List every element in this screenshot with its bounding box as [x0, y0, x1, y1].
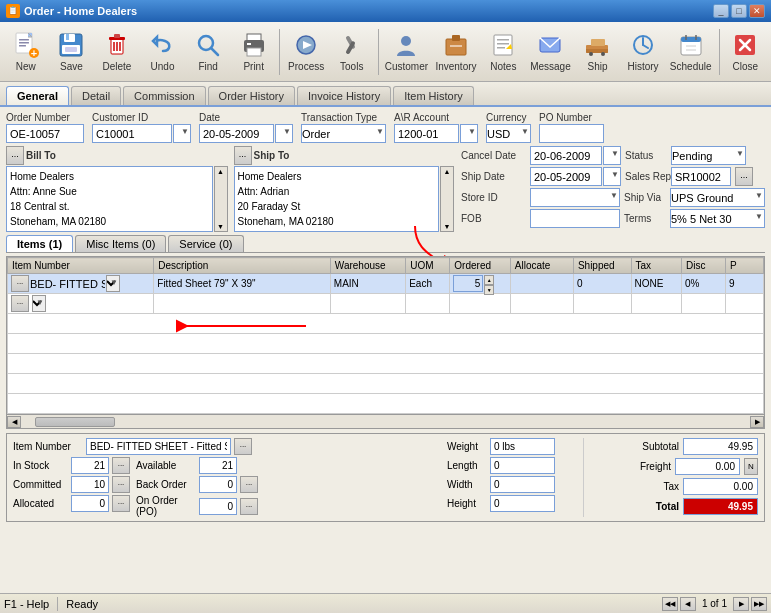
horizontal-scrollbar[interactable]: ◀ ▶ — [6, 415, 765, 429]
toolbar-close-button[interactable]: Close — [723, 26, 767, 78]
ship-to-scroll-down[interactable]: ▼ — [441, 222, 453, 231]
tax-value[interactable] — [683, 478, 758, 495]
on-order-expand-button[interactable]: ··· — [240, 498, 258, 515]
nav-last-button[interactable]: ▶▶ — [751, 597, 767, 611]
bottom-item-expand-button[interactable]: ··· — [234, 438, 252, 455]
committed-expand-button[interactable]: ··· — [112, 476, 130, 493]
toolbar-message-label: Message — [530, 61, 571, 72]
sub-tab-items[interactable]: Items (1) — [6, 235, 73, 252]
minimize-button[interactable]: _ — [713, 4, 729, 18]
transaction-type-select[interactable]: Order — [301, 124, 386, 143]
svg-rect-3 — [19, 42, 29, 44]
allocated-expand-button[interactable]: ··· — [112, 495, 130, 512]
customer-id-input[interactable] — [92, 124, 172, 143]
order-number-input[interactable] — [6, 124, 84, 143]
item-number-dropdown[interactable] — [106, 275, 120, 292]
ship-via-select[interactable]: UPS Ground — [670, 188, 765, 207]
tab-commission[interactable]: Commission — [123, 86, 206, 105]
on-order-input[interactable] — [199, 498, 237, 515]
toolbar-print-button[interactable]: Print — [232, 26, 276, 78]
toolbar-delete-button[interactable]: Delete — [95, 26, 139, 78]
date-input[interactable] — [199, 124, 274, 143]
tab-order-history[interactable]: Order History — [208, 86, 295, 105]
bill-to-scroll-up[interactable]: ▲ — [215, 167, 227, 176]
table-row[interactable]: ··· BED- FITTED SHE Fitted Sheet 79" X 3… — [8, 274, 764, 294]
transaction-type-group: Transaction Type Order — [301, 112, 386, 143]
empty-item-expand-button[interactable]: ··· — [11, 295, 29, 312]
height-input[interactable] — [490, 495, 555, 512]
sub-tab-service[interactable]: Service (0) — [168, 235, 243, 252]
toolbar-notes-button[interactable]: Notes — [482, 26, 526, 78]
length-input[interactable] — [490, 457, 555, 474]
currency-select[interactable]: USD — [486, 124, 531, 143]
toolbar-message-button[interactable]: Message — [527, 26, 574, 78]
nav-first-button[interactable]: ◀◀ — [662, 597, 678, 611]
weight-input[interactable] — [490, 438, 555, 455]
nav-prev-button[interactable]: ◀ — [680, 597, 696, 611]
toolbar-ship-button[interactable]: Ship — [576, 26, 620, 78]
allocated-label: Allocated — [13, 498, 68, 509]
bill-to-expand-button[interactable]: ··· — [6, 146, 24, 165]
ar-account-input[interactable] — [394, 124, 459, 143]
sales-rep-input[interactable] — [671, 167, 731, 186]
bill-to-scroll-down[interactable]: ▼ — [215, 222, 227, 231]
subtotal-value[interactable] — [683, 438, 758, 455]
total-value[interactable] — [683, 498, 758, 515]
toolbar-find-button[interactable]: Find — [186, 26, 230, 78]
width-input[interactable] — [490, 476, 555, 493]
toolbar-new-button[interactable]: + New — [4, 26, 48, 78]
toolbar-customer-button[interactable]: Customer — [382, 26, 430, 78]
cancel-date-input[interactable] — [530, 146, 602, 165]
maximize-button[interactable]: □ — [731, 4, 747, 18]
committed-input[interactable] — [71, 476, 109, 493]
col-warehouse: Warehouse — [330, 258, 405, 274]
close-window-button[interactable]: ✕ — [749, 4, 765, 18]
freight-option-button[interactable]: N — [744, 458, 758, 475]
scroll-right-button[interactable]: ▶ — [750, 416, 764, 428]
po-number-input[interactable] — [539, 124, 604, 143]
toolbar-undo-button[interactable]: Undo — [141, 26, 185, 78]
sales-rep-expand-button[interactable]: ··· — [735, 167, 753, 186]
empty-item-dropdown[interactable] — [32, 295, 46, 312]
customer-id-dropdown[interactable] — [173, 124, 191, 143]
in-stock-input[interactable] — [71, 457, 109, 474]
back-order-input[interactable] — [199, 476, 237, 493]
ship-to-scroll-up[interactable]: ▲ — [441, 167, 453, 176]
width-label: Width — [447, 479, 487, 490]
sub-tab-misc-items[interactable]: Misc Items (0) — [75, 235, 166, 252]
tab-detail[interactable]: Detail — [71, 86, 121, 105]
item-number-expand-button[interactable]: ··· — [11, 275, 29, 292]
toolbar-history-button[interactable]: History — [621, 26, 665, 78]
back-order-expand-button[interactable]: ··· — [240, 476, 258, 493]
freight-value[interactable] — [675, 458, 740, 475]
allocated-input[interactable] — [71, 495, 109, 512]
date-dropdown[interactable] — [275, 124, 293, 143]
toolbar-process-button[interactable]: Process — [284, 26, 328, 78]
in-stock-expand-button[interactable]: ··· — [112, 457, 130, 474]
tab-invoice-history[interactable]: Invoice History — [297, 86, 391, 105]
scroll-left-button[interactable]: ◀ — [7, 416, 21, 428]
ordered-spin-down[interactable]: ▼ — [484, 285, 494, 295]
status-select[interactable]: Pending — [671, 146, 746, 165]
toolbar-inventory-button[interactable]: Inventory — [432, 26, 479, 78]
tab-general[interactable]: General — [6, 86, 69, 105]
ordered-spin-up[interactable]: ▲ — [484, 275, 494, 285]
terms-select[interactable]: 5% 5 Net 30 — [670, 209, 765, 228]
bottom-item-number-input[interactable] — [86, 438, 231, 455]
ordered-input[interactable] — [453, 275, 483, 292]
fob-input[interactable] — [530, 209, 620, 228]
available-input[interactable] — [199, 457, 237, 474]
tab-item-history[interactable]: Item History — [393, 86, 474, 105]
scrollbar-thumb[interactable] — [35, 417, 115, 427]
toolbar-tools-button[interactable]: Tools — [330, 26, 374, 78]
toolbar-save-button[interactable]: Save — [50, 26, 94, 78]
cancel-date-dropdown[interactable] — [603, 146, 621, 165]
ship-to-expand-button[interactable]: ··· — [234, 146, 252, 165]
toolbar-schedule-button[interactable]: Schedule — [667, 26, 715, 78]
table-row-empty[interactable]: ··· — [8, 294, 764, 314]
ar-account-dropdown[interactable] — [460, 124, 478, 143]
ship-date-input[interactable] — [530, 167, 602, 186]
store-id-select[interactable] — [530, 188, 620, 207]
ship-date-dropdown[interactable] — [603, 167, 621, 186]
nav-next-button[interactable]: ▶ — [733, 597, 749, 611]
